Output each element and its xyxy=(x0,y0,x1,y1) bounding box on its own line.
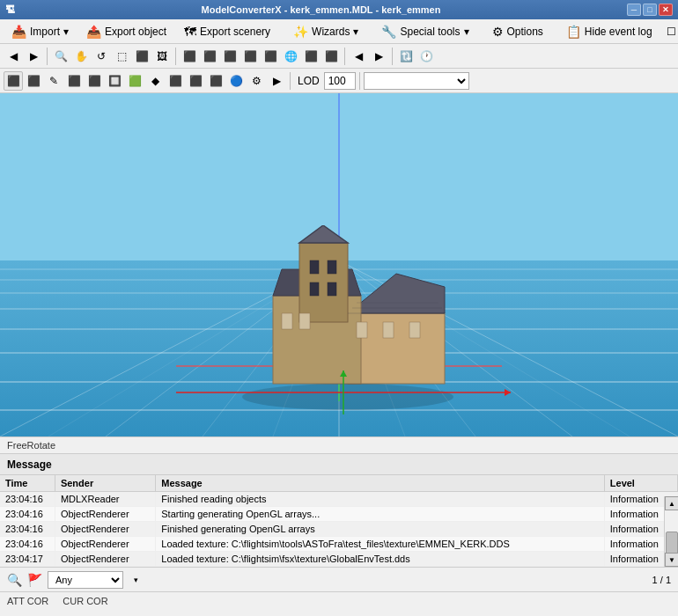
tb-rotate[interactable]: ↺ xyxy=(92,47,111,66)
menu-options[interactable]: ⚙ Options xyxy=(484,21,551,42)
minimize-button[interactable]: ─ xyxy=(627,4,641,16)
tb-sep-3 xyxy=(344,48,345,65)
title-text: ModelConverterX - kerk_emmen.MDL - kerk_… xyxy=(202,4,441,15)
viewport-status: FreeRotate xyxy=(0,436,678,454)
tb2-btn-2[interactable]: ⬛ xyxy=(24,71,43,91)
log-row: 23:04:17 ObjectRenderer Loaded texture: … xyxy=(0,552,678,567)
tb2-btn-13[interactable]: ⚙ xyxy=(247,71,266,91)
tb-btn-f[interactable]: 🌐 xyxy=(281,47,300,66)
log-cell-time: 23:04:17 xyxy=(0,552,55,567)
log-scrollbar[interactable]: ▲ ▼ xyxy=(664,496,678,567)
menu-import[interactable]: 📥 Import ▾ xyxy=(4,21,77,42)
svg-rect-29 xyxy=(328,260,336,274)
tb-btn-g[interactable]: ⬛ xyxy=(301,47,321,66)
tb-back[interactable]: ◀ xyxy=(4,47,23,66)
tb-texture[interactable]: 🖼 xyxy=(152,47,172,66)
log-cell-sender: ObjectRenderer xyxy=(55,552,155,567)
scrollbar-down[interactable]: ▼ xyxy=(665,553,678,567)
lod-input[interactable] xyxy=(324,72,356,90)
tb-btn-h[interactable]: ⬛ xyxy=(321,47,341,66)
log-table-header-row: Time Sender Message Level xyxy=(0,475,678,492)
menu-export-scenery[interactable]: 🗺 Export scenery xyxy=(176,21,278,42)
col-message: Message xyxy=(156,475,605,492)
log-row: 23:04:16 ObjectRenderer Loaded texture: … xyxy=(0,537,678,552)
log-cell-message: Loaded texture: C:\flightsim\tools\ASToF… xyxy=(156,537,605,552)
tb-refresh[interactable]: 🔃 xyxy=(396,47,416,66)
maximize-button[interactable]: □ xyxy=(643,4,657,16)
filter-dropdown-btn[interactable]: ▾ xyxy=(129,571,143,589)
svg-rect-30 xyxy=(310,282,319,296)
tb2-btn-1[interactable]: ⬛ xyxy=(4,71,23,91)
svg-rect-32 xyxy=(282,313,292,329)
svg-rect-31 xyxy=(328,282,336,296)
tb-next[interactable]: ▶ xyxy=(369,47,388,66)
lod-label: LOD xyxy=(298,75,320,87)
log-cell-sender: ObjectRenderer xyxy=(55,522,155,537)
tb2-btn-6[interactable]: 🔲 xyxy=(105,71,124,91)
tb-forward[interactable]: ▶ xyxy=(24,47,43,66)
col-sender: Sender xyxy=(55,475,155,492)
svg-rect-33 xyxy=(299,313,310,329)
tb-btn-e[interactable]: ⬛ xyxy=(261,47,280,66)
tb2-btn-10[interactable]: ⬛ xyxy=(186,71,205,91)
log-header-label: Message xyxy=(7,458,52,471)
tb2-btn-12[interactable]: 🔵 xyxy=(226,71,246,91)
window-controls: ─ □ ✕ xyxy=(627,4,673,16)
svg-marker-42 xyxy=(505,389,511,396)
col-time: Time xyxy=(0,475,55,492)
tb2-btn-14[interactable]: ▶ xyxy=(267,71,286,91)
tb-btn-c[interactable]: ⬛ xyxy=(220,47,240,66)
page-info: 1 / 1 xyxy=(652,575,671,585)
tb-btn-b[interactable]: ⬛ xyxy=(200,47,219,66)
close-button[interactable]: ✕ xyxy=(659,4,673,16)
tb-btn-d[interactable]: ⬛ xyxy=(240,47,260,66)
tb-wireframe[interactable]: ⬚ xyxy=(112,47,131,66)
tb2-btn-3[interactable]: ✎ xyxy=(44,71,63,91)
title-icon: 🏗 xyxy=(5,4,15,15)
hide-event-log-icon: 📋 xyxy=(566,25,581,39)
wizards-arrow: ▾ xyxy=(353,26,358,38)
log-table-container[interactable]: Time Sender Message Level 23:04:16 MDLXR… xyxy=(0,475,678,567)
svg-rect-36 xyxy=(409,322,420,338)
tb2-btn-5[interactable]: ⬛ xyxy=(85,71,104,91)
bottombar: 🔍 🚩 Any Information Warning Error ▾ 1 / … xyxy=(0,567,678,591)
menu-special-tools[interactable]: 🔧 Special tools ▾ xyxy=(373,21,476,42)
import-icon: 📥 xyxy=(11,25,26,39)
tb-clock[interactable]: 🕐 xyxy=(416,47,436,66)
svg-rect-28 xyxy=(310,260,319,274)
log-cell-time: 23:04:16 xyxy=(0,492,55,507)
statusbar: ATT COR CUR COR xyxy=(0,591,678,609)
scrollbar-up[interactable]: ▲ xyxy=(665,496,678,510)
tb2-btn-11[interactable]: ⬛ xyxy=(206,71,225,91)
tb-btn-a[interactable]: ⬛ xyxy=(180,47,199,66)
viewport[interactable] xyxy=(0,93,678,436)
tb-prev[interactable]: ◀ xyxy=(349,47,368,66)
menu-wizards[interactable]: ✨ Wizards ▾ xyxy=(285,21,366,42)
tb2-btn-9[interactable]: ⬛ xyxy=(166,71,185,91)
log-row: 23:04:16 ObjectRenderer Starting generat… xyxy=(0,507,678,522)
log-cell-time: 23:04:16 xyxy=(0,522,55,537)
export-object-icon: 📤 xyxy=(86,25,101,39)
svg-marker-27 xyxy=(299,225,348,243)
tb-pan[interactable]: ✋ xyxy=(71,47,91,66)
tb-zoom-box[interactable]: 🔍 xyxy=(51,47,70,66)
menu-special-tools-label: Special tools xyxy=(400,26,460,38)
menu-hide-event-log[interactable]: 📋 Hide event log xyxy=(558,21,660,42)
tb-solid[interactable]: ⬛ xyxy=(132,47,151,66)
livery-select[interactable] xyxy=(364,72,469,90)
tb-sep-2 xyxy=(175,48,176,65)
col-level: Level xyxy=(604,475,677,492)
tb2-btn-8[interactable]: ◆ xyxy=(145,71,165,91)
tb2-sep-1 xyxy=(290,72,291,90)
filter-icon: 🔍 xyxy=(7,573,22,587)
filter-select[interactable]: Any Information Warning Error xyxy=(48,571,123,589)
svg-rect-35 xyxy=(383,322,394,338)
export-scenery-icon: 🗺 xyxy=(184,25,196,39)
viewport-mode: FreeRotate xyxy=(7,440,55,451)
tb2-btn-7[interactable]: 🟩 xyxy=(125,71,144,91)
menu-export-object[interactable]: 📤 Export object xyxy=(78,21,174,42)
cur-cor: CUR COR xyxy=(63,596,107,606)
log-cell-sender: ObjectRenderer xyxy=(55,507,155,522)
tb2-btn-4[interactable]: ⬛ xyxy=(64,71,84,91)
menu-help-1[interactable]: ☐ xyxy=(662,22,678,41)
